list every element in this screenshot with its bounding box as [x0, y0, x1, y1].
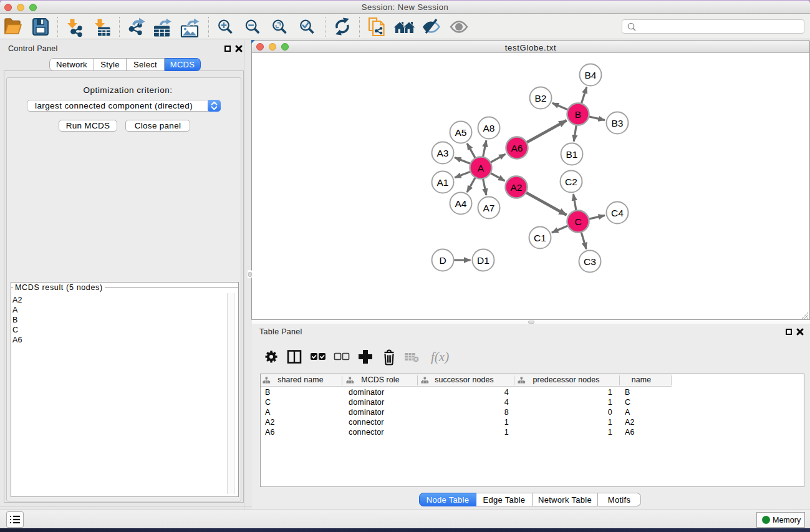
svg-text:D: D: [439, 255, 446, 266]
svg-text:A1: A1: [437, 177, 449, 188]
svg-text:B4: B4: [585, 70, 597, 80]
svg-text:A: A: [478, 163, 485, 173]
svg-text:C: C: [574, 216, 581, 227]
svg-text:A2: A2: [511, 182, 523, 193]
svg-text:D1: D1: [477, 255, 489, 266]
svg-text:A4: A4: [455, 198, 467, 209]
svg-text:A6: A6: [511, 143, 523, 153]
svg-text:B1: B1: [566, 149, 578, 160]
svg-text:A3: A3: [437, 148, 449, 158]
svg-text:C1: C1: [534, 233, 546, 243]
svg-text:C4: C4: [611, 208, 624, 218]
svg-text:B3: B3: [612, 118, 624, 128]
svg-text:B: B: [575, 109, 581, 120]
svg-text:f(x): f(x): [431, 349, 449, 364]
svg-text:A5: A5: [455, 127, 467, 138]
svg-text:C3: C3: [584, 256, 596, 267]
svg-text:A8: A8: [483, 123, 495, 133]
svg-text:A7: A7: [483, 203, 495, 213]
svg-text:C2: C2: [565, 177, 577, 187]
svg-text:B2: B2: [535, 93, 547, 104]
